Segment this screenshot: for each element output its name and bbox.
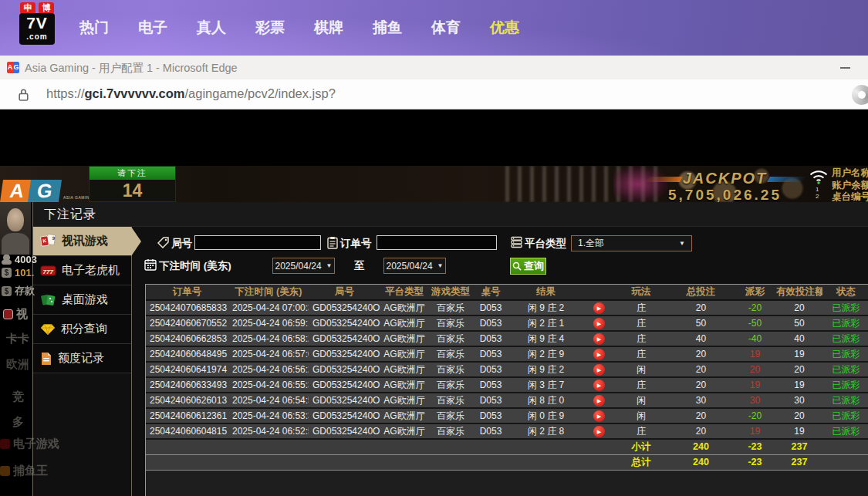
- payout-value: 19: [734, 423, 776, 439]
- subtotal-label: 小计: [614, 439, 668, 454]
- table-row[interactable]: 250424060612361 2025-04-24 06:53:37 GD05…: [146, 408, 868, 423]
- payout-value: -20: [734, 408, 776, 423]
- cell-table: D053: [473, 377, 508, 393]
- total-spacer: [146, 454, 614, 470]
- table-number-label: 桌台编号:: [832, 191, 868, 202]
- nav-item-live[interactable]: 真人: [197, 18, 226, 38]
- sidebar-item-points-query[interactable]: 积分查询: [33, 315, 131, 344]
- nav-item-slots[interactable]: 电子: [138, 18, 167, 38]
- sidebar-item-slot-machines[interactable]: 777 电子老虎机: [33, 256, 131, 285]
- play-video-button[interactable]: [593, 395, 605, 407]
- play-video-button[interactable]: [593, 333, 605, 345]
- cell-round: GD053254240OQ: [309, 315, 380, 331]
- play-video-button[interactable]: [593, 410, 605, 422]
- total-label: 总计: [614, 454, 668, 470]
- browser-titlebar: AG Asia Gaming - 用户配置 1 - Microsoft Edge: [0, 56, 868, 79]
- cell-result: 闲 8 庄 0: [508, 393, 583, 408]
- nav-item-sports[interactable]: 体育: [431, 18, 461, 38]
- date-to-select[interactable]: 2025/04/24: [383, 258, 446, 274]
- sidebar-item-video-games[interactable]: 9K 视讯游戏: [33, 227, 131, 256]
- account-balance-label: 账户余额:: [832, 180, 868, 192]
- play-video-button[interactable]: [593, 426, 605, 437]
- cell-game: 百家乐: [428, 300, 473, 315]
- play-video-button[interactable]: [593, 349, 605, 360]
- table-row[interactable]: 250424060670552 2025-04-24 06:59:11 GD05…: [146, 315, 868, 331]
- table-row[interactable]: 250424060604815 2025-04-24 06:52:51 GD05…: [146, 423, 868, 439]
- table-row[interactable]: 250424060648495 2025-04-24 06:57:04 GD05…: [146, 346, 868, 362]
- play-video-button[interactable]: [593, 380, 605, 391]
- table-row[interactable]: 250424060641974 2025-04-24 06:56:25 GD05…: [146, 362, 868, 377]
- nav-item-promo[interactable]: 优惠: [490, 18, 519, 38]
- table-row[interactable]: 250424060626013 2025-04-24 06:54:54 GD05…: [146, 393, 868, 408]
- dice-cards-icon: [40, 293, 56, 307]
- cell-bet: 20: [668, 362, 734, 377]
- sidebar-item-quota-records[interactable]: 额度记录: [33, 344, 131, 373]
- site-logo[interactable]: 7V .com: [19, 13, 55, 45]
- cell-video: [583, 346, 614, 362]
- cell-bet: 30: [668, 393, 734, 408]
- status-badge: 已派彩: [822, 377, 868, 393]
- cell-round: GD053254240ON: [309, 346, 380, 362]
- cell-game: 百家乐: [428, 315, 473, 331]
- bet-time-label: 下注时间 (美东): [159, 259, 231, 273]
- bg-nav-kaka: 卡卡: [6, 332, 29, 346]
- fish-icon: [0, 466, 10, 476]
- jackpot-panel: JACKPOT 5,705,026.25: [642, 170, 808, 202]
- header-order: 订单号: [146, 285, 228, 300]
- header-payout: 派彩: [734, 285, 776, 300]
- cell-round: GD053254240OM: [309, 362, 380, 377]
- window-title: Asia Gaming - 用户配置 1 - Microsoft Edge: [25, 61, 238, 76]
- query-button[interactable]: 查询: [510, 258, 546, 275]
- header-result: 结果: [508, 285, 583, 300]
- browser-swirl-icon: [852, 85, 868, 105]
- cell-table: D053: [473, 315, 508, 331]
- sidebar-item-label: 额度记录: [58, 351, 104, 366]
- address-bar[interactable]: https://gci.7vvvvvv.com/agingame/pcv2/in…: [46, 86, 336, 101]
- minimize-button[interactable]: [836, 60, 856, 76]
- nav-item-fishing[interactable]: 捕鱼: [373, 18, 402, 38]
- cell-play: 庄: [614, 346, 668, 362]
- order-number-input[interactable]: [377, 235, 497, 250]
- cell-valid: 20: [776, 300, 822, 315]
- cell-play: 闲: [614, 393, 668, 408]
- cell-video: [583, 362, 614, 377]
- cell-game: 百家乐: [428, 393, 473, 408]
- svg-text:777: 777: [43, 268, 54, 275]
- nav-item-lottery[interactable]: 彩票: [255, 18, 285, 38]
- deposit-link: $ 存款: [2, 284, 35, 298]
- cell-play: 庄: [614, 331, 668, 346]
- platform-stack-icon: [511, 236, 522, 248]
- cell-game: 百家乐: [428, 408, 473, 423]
- payout-value: 19: [734, 346, 776, 362]
- sidebar-item-table-games[interactable]: 桌面游戏: [33, 285, 131, 315]
- user-name-label: 用户名称:: [832, 167, 868, 180]
- status-badge: 已派彩: [822, 423, 868, 439]
- play-video-button[interactable]: [593, 302, 605, 314]
- bg-nav-duo-label: 多: [12, 415, 24, 430]
- filter-panel: 局号 订单号 平台类型 1.全部 下注时间 (美东) 2025/04/24 至: [133, 227, 868, 284]
- cell-time: 2025-04-24 06:57:04: [228, 346, 309, 362]
- jackpot-value: 5,705,026.25: [642, 187, 808, 202]
- bg-nav-europe: 欧洲: [6, 357, 29, 372]
- logo-badge-bo: 博: [39, 2, 54, 14]
- cell-video: [583, 300, 614, 315]
- round-number-input[interactable]: [194, 235, 321, 250]
- nav-item-hot[interactable]: 热门: [79, 18, 109, 38]
- cell-play: 庄: [614, 315, 668, 331]
- header-status: 状态: [822, 285, 868, 300]
- lock-icon[interactable]: [18, 88, 29, 105]
- table-row[interactable]: 250424060633493 2025-04-24 06:55:33 GD05…: [146, 377, 868, 393]
- subtotal-spacer: [146, 439, 614, 454]
- cell-bet: 20: [668, 408, 734, 423]
- cell-time: 2025-04-24 06:53:37: [228, 408, 309, 423]
- nav-item-board[interactable]: 棋牌: [314, 18, 343, 38]
- date-from-select[interactable]: 2025/04/24: [272, 258, 335, 274]
- play-video-button[interactable]: [593, 364, 605, 376]
- play-video-button[interactable]: [593, 318, 605, 329]
- table-row[interactable]: 250424070685833 2025-04-24 07:00:33 GD05…: [146, 300, 868, 315]
- table-row[interactable]: 250424060662853 2025-04-24 06:58:27 GD05…: [146, 331, 868, 346]
- platform-type-select[interactable]: 1.全部: [571, 235, 692, 251]
- header-bet: 总投注: [668, 285, 734, 300]
- cell-table: D053: [473, 408, 508, 423]
- cell-time: 2025-04-24 06:59:11: [228, 315, 309, 331]
